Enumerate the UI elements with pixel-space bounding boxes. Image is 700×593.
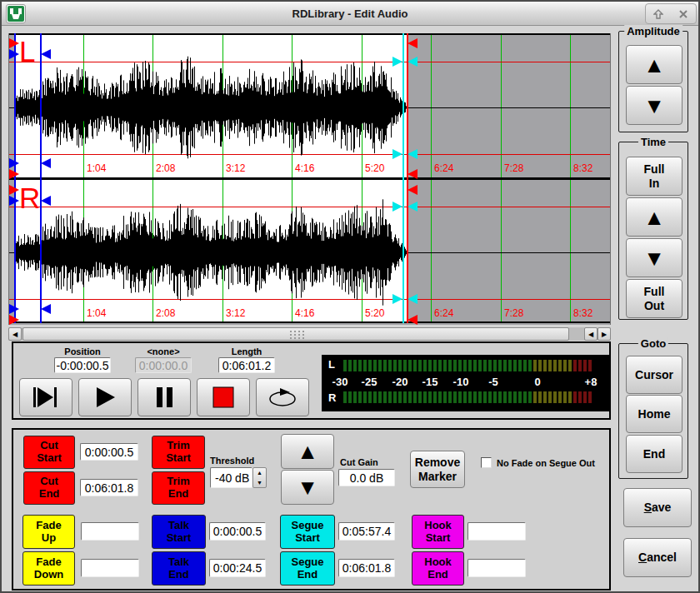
cut-start-marker-triangle <box>9 315 19 325</box>
segue-start-button[interactable]: Segue Start <box>280 515 335 549</box>
talk-end-field[interactable]: 0:00:24.5 <box>209 559 266 577</box>
meter-segment <box>573 360 577 371</box>
cut-end-field[interactable]: 0:06:01.8 <box>80 479 138 496</box>
meter-segment <box>413 360 417 371</box>
meter-segment <box>483 391 487 403</box>
gain-up-button[interactable]: ▲ <box>281 434 334 469</box>
meter-segment <box>563 360 567 371</box>
meter-segment <box>488 391 492 403</box>
meter-segment <box>398 391 402 403</box>
talk-end-button[interactable]: Talk End <box>152 551 206 586</box>
hook-end-field[interactable] <box>468 559 526 577</box>
meter-segment <box>348 391 352 403</box>
waveform-display[interactable]: 1:041:042:082:083:123:124:164:165:205:20… <box>8 33 611 325</box>
goto-cursor-button[interactable]: Cursor <box>626 356 682 394</box>
meter-segment <box>368 391 372 403</box>
shade-button[interactable] <box>648 5 669 22</box>
fade-up-button[interactable]: Fade Up <box>22 515 75 549</box>
meter-segment <box>498 360 502 371</box>
goto-end-button[interactable]: End <box>626 435 682 473</box>
cut-gain-field[interactable]: 0.0 dB <box>338 469 395 486</box>
markers-panel: Cut Start 0:00:00.5 Cut End 0:06:01.8 Tr… <box>12 428 611 591</box>
segue-end-marker-triangle <box>408 202 418 212</box>
cut-end-marker-triangle <box>408 38 418 48</box>
meter-segment <box>403 360 407 371</box>
meter-segment <box>433 360 437 371</box>
close-button[interactable] <box>672 5 694 22</box>
cut-start-field[interactable]: 0:00:00.5 <box>80 443 138 461</box>
meter-segment <box>523 391 527 403</box>
length-field[interactable]: 0:06:01.2 <box>218 357 275 373</box>
meter-scale-label: -5 <box>488 376 498 388</box>
play-button[interactable] <box>78 378 132 416</box>
no-fade-checkbox[interactable] <box>481 457 492 468</box>
meter-segment <box>378 360 382 371</box>
meter-segment <box>348 360 352 371</box>
meter-segment <box>573 391 577 403</box>
time-zoom-in-button[interactable]: ▲ <box>626 197 682 237</box>
time-group: Time Full In ▲ ▼ Full Out <box>618 142 688 320</box>
meter-segment <box>528 360 532 371</box>
scrollbar-left-arrow[interactable]: ◀ <box>8 327 22 341</box>
fade-up-field[interactable] <box>81 522 139 541</box>
scrollbar-left-arrow-2[interactable]: ◀ <box>584 327 598 341</box>
spin-up-icon[interactable]: ▲ <box>257 470 262 476</box>
trim-end-button[interactable]: Trim End <box>152 471 205 505</box>
spin-down-icon[interactable]: ▼ <box>257 480 262 486</box>
meter-segment <box>453 360 457 371</box>
meter-scale-label: -10 <box>453 376 469 388</box>
meter-segment <box>578 360 582 371</box>
fade-down-button[interactable]: Fade Down <box>22 551 75 586</box>
stop-button[interactable] <box>197 378 250 416</box>
channel-divider <box>9 177 611 180</box>
waveform-top-border <box>9 33 611 35</box>
segue-end-button[interactable]: Segue End <box>280 551 335 586</box>
hook-start-button[interactable]: Hook Start <box>412 515 464 549</box>
hook-start-field[interactable] <box>468 522 526 541</box>
scrollbar-thumb[interactable] <box>22 327 569 341</box>
remove-marker-button[interactable]: Remove Marker <box>410 451 465 488</box>
meter-segment <box>453 391 457 403</box>
goto-home-button[interactable]: Home <box>626 395 682 433</box>
meter-segment <box>548 360 552 371</box>
position-field[interactable]: -0:00:00.5 <box>54 357 111 373</box>
segue-start-marker-triangle <box>392 202 402 212</box>
meter-segment <box>473 360 477 371</box>
meter-segment <box>583 391 587 403</box>
save-button[interactable]: Save <box>623 488 692 527</box>
meter-segment <box>448 391 452 403</box>
hook-end-button[interactable]: Hook End <box>412 551 464 586</box>
amplitude-up-button[interactable]: ▲ <box>626 45 682 84</box>
cut-start-button[interactable]: Cut Start <box>23 436 75 469</box>
window-title: RDLibrary - Edit Audio <box>2 7 698 20</box>
waveform-scrollbar[interactable]: ◀ ◀ ▶ <box>8 327 611 341</box>
scrollbar-right-arrow[interactable]: ▶ <box>598 327 611 341</box>
talk-start-button[interactable]: Talk Start <box>152 515 206 549</box>
cut-end-marker-triangle <box>408 185 418 195</box>
segue-start-field[interactable]: 0:05:57.4 <box>338 522 395 541</box>
time-full-in-button[interactable]: Full In <box>626 157 682 196</box>
meter-segment <box>523 360 527 371</box>
loop-button[interactable] <box>256 378 309 416</box>
cut-gain-label: Cut Gain <box>340 457 378 467</box>
cut-end-button[interactable]: Cut End <box>23 471 75 505</box>
gain-down-button[interactable]: ▼ <box>281 470 334 505</box>
goto-group-title: Goto <box>638 337 668 350</box>
fade-down-field[interactable] <box>81 559 139 577</box>
overlap-field: 0:00:00.0 <box>135 357 192 373</box>
cancel-button[interactable]: Cancel <box>623 538 692 577</box>
play-from-start-button[interactable] <box>19 378 72 416</box>
meter-segment <box>413 391 417 403</box>
time-full-out-button[interactable]: Full Out <box>626 279 682 318</box>
cut-end-marker-triangle <box>408 315 418 325</box>
meter-segment <box>568 391 572 403</box>
amplitude-down-button[interactable]: ▼ <box>626 86 682 125</box>
talk-start-field[interactable]: 0:00:00.5 <box>209 522 266 541</box>
threshold-field[interactable]: -40 dB <box>210 467 252 488</box>
time-zoom-out-button[interactable]: ▼ <box>626 238 682 277</box>
threshold-spinner[interactable]: ▲ ▼ <box>252 467 267 488</box>
meter-segment <box>403 391 407 403</box>
trim-start-button[interactable]: Trim Start <box>152 436 205 469</box>
pause-button[interactable] <box>138 378 191 416</box>
segue-end-field[interactable]: 0:06:01.8 <box>338 559 395 577</box>
